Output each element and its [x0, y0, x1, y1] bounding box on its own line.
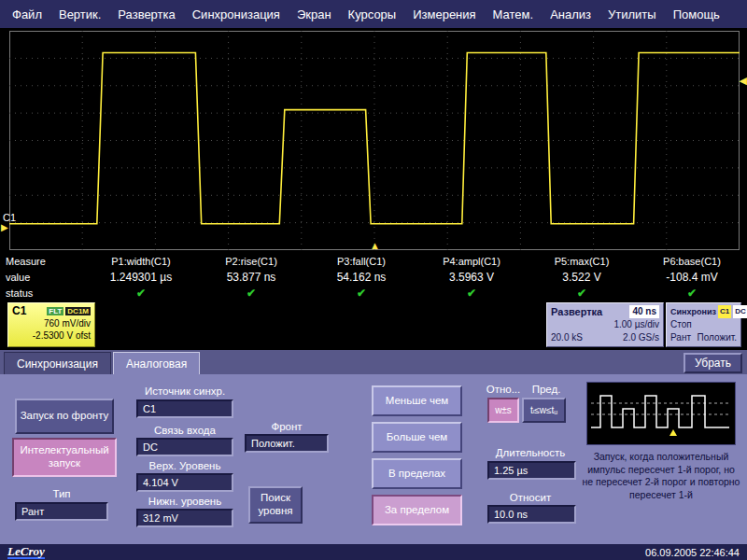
- measure-p6-check-icon: ✔: [637, 287, 747, 300]
- edge-label: Фронт: [241, 421, 332, 432]
- lower-level-label: Нижн. уровень: [136, 496, 233, 507]
- condition-greater-button[interactable]: Больше чем: [372, 422, 462, 453]
- menu-bar: Файл Вертик. Развертка Синхронизация Экр…: [0, 0, 747, 28]
- channel1-offset-marker-icon[interactable]: ▶: [1, 222, 8, 232]
- measure-p5-check-icon: ✔: [527, 287, 637, 300]
- close-dialog-button[interactable]: Убрать: [684, 353, 742, 373]
- menu-help[interactable]: Помощь: [665, 6, 728, 23]
- menu-utilities[interactable]: Утилиты: [599, 6, 665, 23]
- trigger-coupling-badge: DC: [733, 305, 747, 318]
- trigger-description: Запуск, когда положительный импульс пере…: [581, 451, 741, 502]
- trigger-title: Синхрониз: [670, 305, 716, 318]
- measure-p1-value: 1.249301 µs: [86, 271, 196, 284]
- menu-measure[interactable]: Измерения: [404, 6, 484, 23]
- measure-p5-name: P5:max(C1): [527, 256, 637, 267]
- descriptor-row: C1 FLT DC1M 760 mV/div -2.5300 V ofst Ра…: [0, 301, 747, 350]
- coupling-field[interactable]: DC: [136, 438, 233, 456]
- edge-field[interactable]: Положит.: [245, 434, 329, 453]
- timebase-delay: 40 ns: [629, 305, 659, 318]
- menu-cursors[interactable]: Курсоры: [340, 6, 405, 23]
- relative-mode-label: Отно...: [482, 384, 525, 395]
- measure-row-label: Measure: [0, 256, 86, 267]
- dialog-tab-bar: Синхронизация Аналоговая: [0, 350, 747, 374]
- source-field[interactable]: C1: [136, 399, 233, 418]
- menu-vertical[interactable]: Вертик.: [50, 6, 109, 23]
- trigger-slope: Положит.: [698, 331, 737, 344]
- measure-p6-name: P6:base(C1): [637, 256, 747, 267]
- condition-outside-button[interactable]: За пределом: [372, 495, 462, 525]
- measure-p3-value: 54.162 ns: [306, 271, 416, 284]
- timebase-descriptor-box[interactable]: Развертка 40 ns 1.00 µs/div 20.0 kS 2.0 …: [546, 302, 664, 347]
- trigger-time-marker-icon[interactable]: ▲: [370, 240, 380, 251]
- timebase-title: Развертка: [551, 305, 602, 318]
- lower-level-field[interactable]: 312 mV: [136, 509, 233, 527]
- duration-label: Длительность: [482, 447, 579, 458]
- measure-p1-check-icon: ✔: [86, 287, 196, 300]
- upper-level-label: Верх. Уровень: [136, 460, 233, 471]
- measure-p4-check-icon: ✔: [416, 287, 527, 300]
- datetime: 06.09.2005 22:46:44: [645, 547, 740, 558]
- runt-trigger-diagram: [586, 382, 736, 445]
- measure-p3-name: P3:fall(C1): [306, 256, 416, 267]
- limit-mode-label: Пред.: [525, 384, 568, 395]
- menu-file[interactable]: Файл: [4, 6, 50, 23]
- graticule: [9, 31, 740, 250]
- type-label: Тип: [15, 488, 108, 499]
- measure-p4-value: 3.5963 V: [416, 271, 527, 284]
- filter-badge: FLT: [47, 307, 63, 315]
- measure-p2-value: 53.877 ns: [196, 271, 306, 284]
- condition-within-button[interactable]: В пределах: [372, 458, 462, 489]
- lecroy-logo: LeCroy: [7, 545, 45, 559]
- source-label: Источник синхр.: [136, 385, 233, 397]
- measure-table: Measure P1:width(C1) P2:rise(C1) P3:fall…: [0, 254, 747, 301]
- trigger-source-badge: C1: [718, 305, 731, 318]
- width-mode-button[interactable]: w±s: [487, 398, 519, 423]
- trigger-descriptor-box[interactable]: Синхрониз C1 DC Стоп Рант Положит.: [666, 302, 741, 347]
- condition-less-button[interactable]: Меньше чем: [372, 385, 462, 416]
- trigger-mode: Стоп: [670, 318, 692, 331]
- channel1-descriptor-label: C1: [12, 304, 45, 317]
- menu-display[interactable]: Экран: [289, 6, 340, 23]
- value-row-label: value: [0, 272, 86, 283]
- edge-trigger-button[interactable]: Запуск по фронту: [15, 399, 114, 434]
- measure-p4-name: P4:ampl(C1): [416, 256, 527, 267]
- range-mode-button[interactable]: tₗ≤w≤tᵤ: [522, 398, 566, 423]
- measure-p2-check-icon: ✔: [196, 287, 306, 300]
- timebase-samples: 20.0 kS: [551, 331, 583, 344]
- measure-p6-value: -108.4 mV: [637, 271, 747, 284]
- relative-field[interactable]: 10.0 ns: [487, 505, 576, 524]
- find-level-button[interactable]: Поиск уровня: [248, 486, 303, 524]
- status-bar: LeCroy 06.09.2005 22:46:44: [0, 544, 747, 560]
- coupling-badge: DC1M: [65, 307, 91, 315]
- trigger-type: Рант: [670, 331, 691, 344]
- oscilloscope-screen: Файл Вертик. Развертка Синхронизация Экр…: [0, 0, 747, 560]
- tab-analog[interactable]: Аналоговая: [113, 352, 200, 374]
- menu-analysis[interactable]: Анализ: [542, 6, 599, 23]
- measure-p2-name: P2:rise(C1): [196, 256, 306, 267]
- channel1-trace: [9, 53, 740, 224]
- waveform-display: C1 ▶ ◀ ▲: [0, 28, 747, 254]
- measure-p1-name: P1:width(C1): [86, 256, 196, 267]
- status-row-label: status: [0, 287, 86, 299]
- menu-math[interactable]: Матем.: [485, 6, 543, 23]
- timebase-rate: 2.0 GS/s: [623, 331, 659, 344]
- trigger-dialog: Синхронизация Аналоговая Убрать Запуск п…: [0, 350, 747, 544]
- duration-field[interactable]: 1.25 µs: [487, 461, 576, 480]
- channel1-descriptor-box[interactable]: C1 FLT DC1M 760 mV/div -2.5300 V ofst: [7, 302, 95, 347]
- upper-level-field[interactable]: 4.104 V: [136, 473, 233, 492]
- trigger-type-field[interactable]: Рант: [15, 502, 108, 521]
- coupling-label: Связь входа: [136, 425, 233, 436]
- menu-trigger[interactable]: Синхронизация: [184, 6, 289, 23]
- smart-trigger-button[interactable]: Интелектуальный запуск: [12, 438, 117, 477]
- channel1-offset: -2.5300 V ofst: [12, 329, 91, 342]
- tab-trigger[interactable]: Синхронизация: [4, 352, 111, 374]
- trigger-level-marker-icon[interactable]: ◀: [740, 75, 747, 87]
- timebase-scale: 1.00 µs/div: [613, 318, 659, 331]
- relative-label: Относит: [482, 492, 579, 503]
- measure-p5-value: 3.522 V: [527, 271, 637, 284]
- channel1-scale: 760 mV/div: [12, 317, 91, 329]
- measure-p3-check-icon: ✔: [306, 287, 416, 300]
- menu-timebase[interactable]: Развертка: [109, 6, 183, 23]
